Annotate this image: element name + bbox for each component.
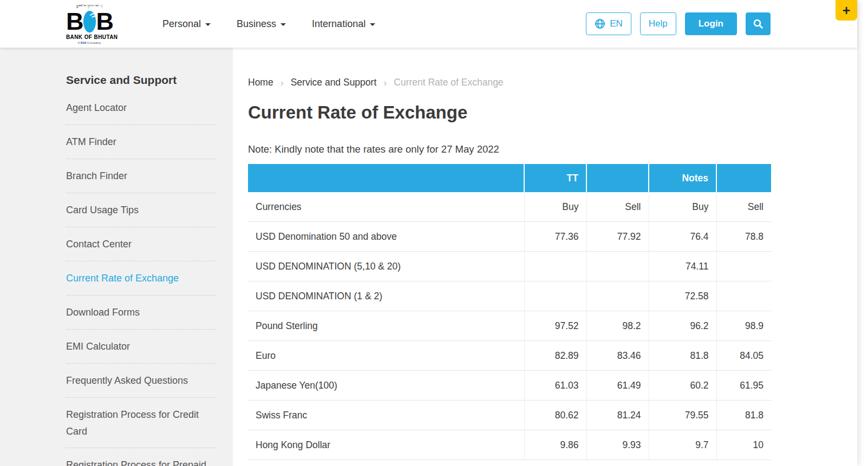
breadcrumb-home-link[interactable]: Home xyxy=(248,77,273,88)
exchange-table-row: Swiss Franc80.6281.2479.5581.8 xyxy=(248,401,771,430)
accessibility-toggle-button[interactable]: + xyxy=(836,0,857,21)
rate-value-cell: 98.9 xyxy=(716,311,771,341)
rate-value-cell xyxy=(586,281,649,311)
globe-icon xyxy=(595,18,605,29)
rate-value-cell: 98.2 xyxy=(586,311,649,341)
logo-letter-b: B xyxy=(96,9,113,34)
breadcrumb-current-page: Current Rate of Exchange xyxy=(394,77,503,88)
bank-of-bhutan-logo[interactable]: འབྲུག་གི་དངུལ་ཁང་། B B BANK OF BHUTAN A … xyxy=(66,4,113,44)
column-header-currencies: Currencies xyxy=(248,192,524,222)
sidebar-item-agent-locator[interactable]: Agent Locator xyxy=(66,91,217,125)
sidebar-item-registration-process-for-credit-card[interactable]: Registration Process for Credit Card xyxy=(66,398,217,449)
breadcrumb-service-support-link[interactable]: Service and Support xyxy=(291,77,377,88)
currency-name-cell: USD DENOMINATION (5,10 & 20) xyxy=(248,252,524,281)
sidebar-item-card-usage-tips[interactable]: Card Usage Tips xyxy=(66,193,217,227)
exchange-table-row: Japanese Yen(100)61.0361.4960.261.95 xyxy=(248,371,771,401)
logo-blue-circle-icon xyxy=(83,11,96,32)
nav-personal-label: Personal xyxy=(162,18,201,30)
rate-value-cell: 81.8 xyxy=(649,341,716,371)
main-content: Home › Service and Support › Current Rat… xyxy=(233,48,857,466)
chevron-down-icon xyxy=(370,23,375,26)
group-header-empty xyxy=(586,164,649,192)
tagline-brand: DHI xyxy=(81,41,86,44)
rate-value-cell: 79.55 xyxy=(649,401,716,430)
rate-value-cell: 61.03 xyxy=(524,371,586,401)
currency-name-cell: Euro xyxy=(248,341,524,371)
top-navigation-bar: འབྲུག་གི་དངུལ་ཁང་། B B BANK OF BHUTAN A … xyxy=(0,0,857,48)
nav-international-dropdown[interactable]: International xyxy=(312,18,375,30)
sidebar-item-current-rate-of-exchange[interactable]: Current Rate of Exchange xyxy=(66,261,217,296)
nav-personal-dropdown[interactable]: Personal xyxy=(162,18,211,30)
language-label: EN xyxy=(610,18,623,29)
rate-value-cell: 72.58 xyxy=(649,281,716,311)
sidebar-item-download-forms[interactable]: Download Forms xyxy=(66,296,217,330)
currency-name-cell: USD Denomination 50 and above xyxy=(248,222,524,252)
currency-name-cell: Pound Sterling xyxy=(248,311,524,341)
sidebar-item-branch-finder[interactable]: Branch Finder xyxy=(66,159,217,193)
exchange-table-row: Hong Kong Dollar9.869.939.710 xyxy=(248,430,771,460)
sidebar-menu: Agent LocatorATM FinderBranch FinderCard… xyxy=(66,91,217,466)
main-nav: Personal Business International xyxy=(162,18,375,30)
exchange-table-row: USD DENOMINATION (1 & 2)72.58 xyxy=(248,281,771,311)
page-title: Current Rate of Exchange xyxy=(248,102,857,123)
sidebar-item-contact-center[interactable]: Contact Center xyxy=(66,227,217,261)
chevron-right-icon: › xyxy=(280,78,284,88)
sidebar: Service and Support Agent LocatorATM Fin… xyxy=(0,48,233,466)
exchange-table-body: USD Denomination 50 and above77.3677.927… xyxy=(248,222,771,460)
group-header-currency xyxy=(248,164,524,192)
rate-value-cell: 10 xyxy=(716,430,771,460)
login-button[interactable]: Login xyxy=(685,12,737,35)
rate-value-cell xyxy=(586,252,649,281)
search-icon xyxy=(753,18,763,29)
language-button[interactable]: EN xyxy=(586,12,631,35)
logo-bank-name: BANK OF BHUTAN xyxy=(66,34,113,40)
rate-value-cell: 80.62 xyxy=(524,401,586,430)
rate-value-cell xyxy=(716,252,771,281)
help-label: Help xyxy=(649,18,668,29)
header-actions: EN Help Login xyxy=(586,12,771,35)
rate-value-cell: 82.89 xyxy=(524,341,586,371)
rate-value-cell xyxy=(716,281,771,311)
rate-value-cell: 61.95 xyxy=(716,371,771,401)
chevron-right-icon: › xyxy=(383,78,387,88)
rate-value-cell: 77.36 xyxy=(524,222,586,252)
help-button[interactable]: Help xyxy=(640,12,676,35)
page: འབྲུག་གི་དངུལ་ཁང་། B B BANK OF BHUTAN A … xyxy=(0,0,857,466)
group-header-notes: Notes xyxy=(649,164,716,192)
chevron-down-icon xyxy=(280,23,286,26)
rate-value-cell: 78.8 xyxy=(716,222,771,252)
logo-letters: B B xyxy=(66,9,113,34)
sidebar-item-atm-finder[interactable]: ATM Finder xyxy=(66,125,217,159)
sidebar-item-frequently-asked-questions[interactable]: Frequently Asked Questions xyxy=(66,364,217,398)
rate-value-cell: 77.92 xyxy=(586,222,649,252)
exchange-table-row: USD Denomination 50 and above77.3677.927… xyxy=(248,222,771,252)
exchange-table-row: Pound Sterling97.5298.296.298.9 xyxy=(248,311,771,341)
rate-value-cell: 83.46 xyxy=(586,341,649,371)
currency-name-cell: USD DENOMINATION (1 & 2) xyxy=(248,281,524,311)
rate-value-cell: 9.86 xyxy=(524,430,586,460)
content-area: Service and Support Agent LocatorATM Fin… xyxy=(0,48,857,466)
currency-name-cell: Swiss Franc xyxy=(248,401,524,430)
rate-value-cell: 9.7 xyxy=(649,430,716,460)
exchange-rate-table: TT Notes Currencies Buy Sell Buy Sell US… xyxy=(248,164,771,460)
rate-value-cell: 97.52 xyxy=(524,311,586,341)
group-header-empty xyxy=(716,164,771,192)
rate-value-cell: 74.11 xyxy=(649,252,716,281)
sidebar-item-emi-calculator[interactable]: EMI Calculator xyxy=(66,330,217,364)
column-header-tt-buy: Buy xyxy=(524,192,586,222)
sidebar-title: Service and Support xyxy=(66,74,217,87)
rate-value-cell: 76.4 xyxy=(649,222,716,252)
search-button[interactable] xyxy=(746,12,771,35)
exchange-table-row: Euro82.8983.4681.884.05 xyxy=(248,341,771,371)
rate-value-cell xyxy=(524,281,586,311)
table-subheader-row: Currencies Buy Sell Buy Sell xyxy=(248,192,771,222)
column-header-notes-buy: Buy xyxy=(649,192,716,222)
rate-value-cell: 81.24 xyxy=(586,401,649,430)
nav-business-label: Business xyxy=(237,18,276,30)
nav-international-label: International xyxy=(312,18,366,30)
column-header-notes-sell: Sell xyxy=(716,192,771,222)
sidebar-item-registration-process-for-prepaid-card[interactable]: Registration Process for Prepaid Card xyxy=(66,448,217,466)
tagline-suffix: Company xyxy=(87,41,101,44)
nav-business-dropdown[interactable]: Business xyxy=(237,18,286,30)
group-header-tt: TT xyxy=(524,164,586,192)
